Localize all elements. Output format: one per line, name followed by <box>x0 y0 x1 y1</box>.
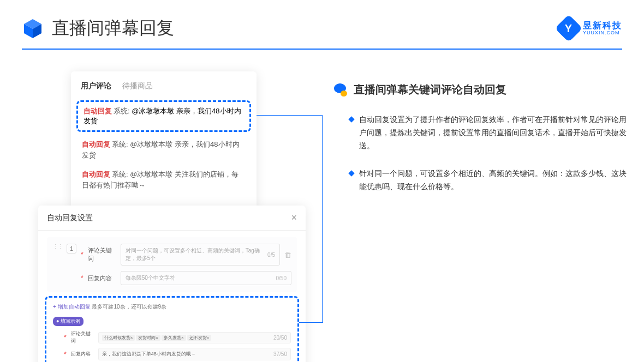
page-title: 直播间弹幕回复 <box>52 16 174 40</box>
brand-logo: Y 昱新科技 YUUXIN.COM <box>559 19 622 38</box>
settings-modal: 自动回复设置 × ⋮⋮ 1 * 评论关键词 对同一个问题，可设置多个相近、高频的… <box>38 206 306 362</box>
example-content-input: 亲，我们这边都是下单48小时内发货的哦～37/50 <box>98 348 291 360</box>
drag-handle-icon[interactable]: ⋮⋮ <box>52 244 62 250</box>
add-reply-link[interactable]: + 增加自动回复 <box>53 304 91 310</box>
bullet-item: 针对同一个问题，可设置多个相近的、高频的关键词。例如：这款多少钱、这块能优惠吗、… <box>333 167 628 194</box>
example-keyword-input: 什么时候发货×发货时间×多久发货×还不发货× 20/50 <box>98 332 291 343</box>
diamond-icon <box>348 116 354 122</box>
example-badge: ● 填写示例 <box>53 317 84 326</box>
comment-row: 自动回复系统: @冰墩墩本墩 亲亲，我们48小时内发货 <box>71 135 257 165</box>
index-badge: 1 <box>67 244 76 254</box>
bubble-icon <box>333 83 348 96</box>
bullet-item: 自动回复设置为了提升作者的评论回复效率，作者可在开播前针对常见的评论用户问题，提… <box>333 113 628 152</box>
tab-user-comments[interactable]: 用户评论 <box>81 81 111 91</box>
content-input[interactable]: 每条限50个中文字符0/50 <box>121 271 291 285</box>
keyword-input[interactable]: 对同一个问题，可设置多个相近、高频的关键词，Tag确定，最多5个0/5 <box>121 244 280 266</box>
tab-pending-products[interactable]: 待播商品 <box>122 81 153 91</box>
keyword-label: 评论关键词 <box>88 246 116 263</box>
example-highlight: + 增加自动回复 最多可建10条，还可以创建9条 ● 填写示例 * 评论关键词 … <box>45 296 299 362</box>
section-title: 直播间弹幕关键词评论自动回复 <box>354 82 506 97</box>
highlighted-comment: 自动回复系统: @冰墩墩本墩 亲亲，我们48小时内发货 <box>76 100 251 132</box>
comments-panel: 用户评论 待播商品 自动回复系统: @冰墩墩本墩 亲亲，我们48小时内发货 自动… <box>71 71 257 208</box>
diamond-icon <box>348 171 354 177</box>
cube-icon <box>22 17 44 39</box>
delete-icon[interactable]: 🗑 <box>284 251 291 259</box>
close-icon[interactable]: × <box>291 212 297 224</box>
modal-title: 自动回复设置 <box>47 213 93 223</box>
comment-row: 自动回复系统: @冰墩墩本墩 关注我们的店铺，每日都有热门推荐呦～ <box>71 165 257 195</box>
content-label: 回复内容 <box>88 274 116 282</box>
